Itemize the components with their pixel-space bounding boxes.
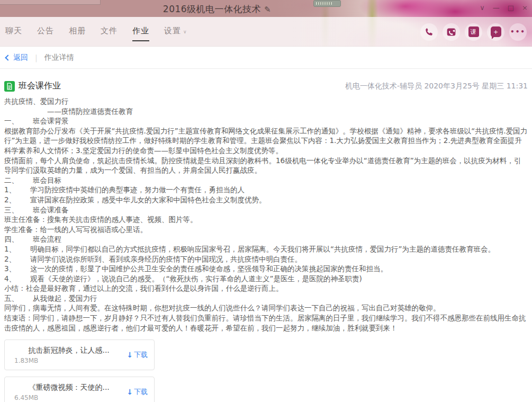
attachment-card[interactable]: 抗击新冠肺炎，让人感... 1.83MB ↓ 下载 [4,340,155,370]
class-tool-button[interactable]: 课 [465,23,482,41]
assignment-title: 班会课作业 [19,81,61,92]
file-size: 1.83MB [11,357,127,364]
tab-homework[interactable]: 作业 [132,23,149,41]
minimize-icon[interactable]: — [493,4,500,12]
group-title-text: 2016级机电一体化技术 [163,4,261,14]
header: 2016级机电一体化技术✎ ∨ — □ × 聊天 公告 相册 文件 作业 设置∨… [0,0,532,47]
nav-bar: 聊天 公告 相册 文件 作业 设置∨ 课 + ••• [0,17,532,47]
class-badge-icon: 课 [468,26,479,37]
tab-settings[interactable]: 设置∨ [164,23,187,41]
video-call-button[interactable] [443,23,460,41]
collapse-icon[interactable]: ∨ [480,4,485,12]
page-title: 作业详情 [44,53,74,62]
tab-announcements[interactable]: 公告 [37,23,54,41]
edit-title-icon[interactable]: ✎ [264,5,271,14]
attachment-card[interactable]: 《重磅微视频：天使的... 6.45MB ↓ 下载 [4,377,155,402]
breadcrumb-separator: | [35,53,38,62]
assignment-body: 共抗疫情、爱国力行 ——疫情防控道德责任教育 一、 班会课背景 根据教育部办公厅… [4,96,528,333]
attachment-list: 抗击新冠肺炎，让人感... 1.83MB ↓ 下载 《重磅微视频：天使的... … [4,340,528,402]
tab-chat[interactable]: 聊天 [5,23,22,41]
download-button[interactable]: ↓ 下载 [127,350,148,360]
tab-album[interactable]: 相册 [69,23,86,41]
assignment-meta: 机电一体化技术-辅导员 2020年3月25号 星期三 11:31 [345,82,528,91]
file-name: 抗击新冠肺炎，让人感... [11,346,127,355]
chevron-down-icon: ∨ [183,29,187,34]
assignment-header: 班会课作业 机电一体化技术-辅导员 2020年3月25号 星期三 11:31 [4,81,528,92]
more-icon: ••• [510,28,526,35]
maximize-icon[interactable]: □ [508,4,514,12]
group-title: 2016级机电一体化技术✎ [0,3,434,15]
file-name: 《重磅微视频：天使的... [11,383,127,392]
add-feedback-button[interactable]: + [487,23,504,41]
file-info: 抗击新冠肺炎，让人感... 1.83MB [11,346,127,364]
voice-call-button[interactable] [420,23,438,41]
assignment-detail: 班会课作业 机电一体化技术-辅导员 2020年3月25号 星期三 11:31 共… [0,81,532,402]
window-controls: ∨ — □ × [480,4,528,12]
download-icon: ↓ [127,388,133,396]
download-label: 下载 [134,350,148,360]
video-call-icon [446,26,457,38]
back-label: 返回 [13,53,28,62]
file-size: 6.45MB [11,394,127,401]
nav-tabs: 聊天 公告 相册 文件 作业 设置∨ [5,23,187,41]
plus-bubble-icon: + [491,26,501,37]
nav-actions: 课 + ••• [420,23,527,41]
breadcrumb: 返回 | 作业详情 [0,47,532,69]
phone-icon [424,27,434,37]
back-button[interactable]: 返回 [6,53,28,62]
homework-doc-icon [4,81,15,92]
download-label: 下载 [134,387,148,397]
chevron-left-icon [5,55,11,60]
tab-files[interactable]: 文件 [101,23,118,41]
download-button[interactable]: ↓ 下载 [127,387,148,397]
download-icon: ↓ [127,351,133,359]
file-info: 《重磅微视频：天使的... 6.45MB [11,383,127,401]
more-button[interactable]: ••• [509,23,527,41]
close-icon[interactable]: × [522,4,528,12]
